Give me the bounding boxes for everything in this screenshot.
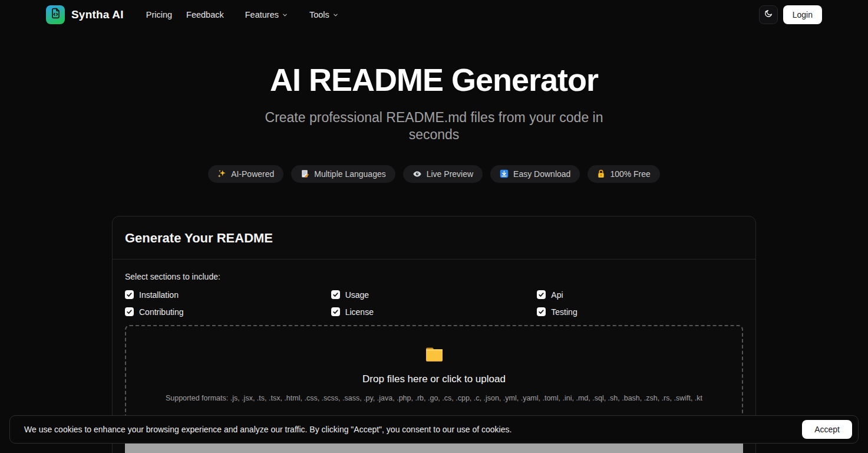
badge-ai-powered: AI-Powered	[208, 165, 283, 183]
dropzone-formats: Supported formats: .js, .jsx, .ts, .tsx,…	[126, 394, 742, 402]
sparkles-icon	[217, 169, 226, 178]
badge-label: Live Preview	[427, 169, 473, 179]
login-button[interactable]: Login	[783, 5, 822, 24]
badge-label: 100% Free	[610, 169, 650, 179]
page-title: AI README Generator	[0, 63, 868, 97]
checkbox-label: Installation	[139, 290, 179, 300]
nav-item-label: Features	[245, 10, 279, 19]
nav-item-features[interactable]: Features	[238, 5, 295, 25]
page-subtitle: Create professional README.md files from…	[263, 109, 605, 143]
checkbox-checked-icon[interactable]	[331, 290, 340, 299]
checkbox-label: Testing	[551, 307, 577, 317]
brand[interactable]: Syntha AI	[46, 5, 124, 24]
checkbox-label: Contributing	[139, 307, 184, 317]
cookie-message: We use cookies to enhance your browsing …	[24, 425, 802, 434]
checkbox-label: Usage	[345, 290, 369, 300]
nav-item-pricing[interactable]: Pricing	[139, 5, 179, 24]
nav-item-label: Tools	[309, 10, 329, 19]
cookie-banner: We use cookies to enhance your browsing …	[9, 415, 859, 444]
accept-cookies-button[interactable]: Accept	[802, 420, 852, 439]
brand-logo	[46, 5, 65, 24]
checkbox-license[interactable]: License	[331, 307, 537, 317]
sections-grid: Installation Usage Api Contributing	[125, 290, 743, 317]
checkbox-checked-icon[interactable]	[125, 307, 134, 316]
nav-item-feedback[interactable]: Feedback	[179, 5, 231, 24]
nav-links: Pricing Feedback Features Tools	[139, 5, 346, 25]
checkbox-contributing[interactable]: Contributing	[125, 307, 331, 317]
navbar: Syntha AI Pricing Feedback Features Tool…	[0, 0, 868, 29]
lock-icon	[597, 169, 605, 178]
feature-badges: AI-Powered Multiple Languages Live P	[0, 165, 868, 183]
sections-label: Select sections to include:	[125, 272, 743, 281]
file-code-icon	[50, 8, 61, 21]
generator-card-title: Generate Your README	[125, 231, 743, 246]
checkbox-checked-icon[interactable]	[537, 290, 546, 299]
nav-right: Login	[759, 5, 822, 24]
chevron-down-icon	[332, 11, 339, 20]
badge-100-free: 100% Free	[588, 165, 659, 183]
generator-card-header: Generate Your README	[113, 216, 755, 260]
eye-icon	[412, 169, 422, 179]
badge-label: Multiple Languages	[314, 169, 385, 179]
hero-section: AI README Generator Create professional …	[0, 63, 868, 183]
checkbox-checked-icon[interactable]	[125, 290, 134, 299]
file-dropzone[interactable]: Drop files here or click to upload Suppo…	[125, 325, 743, 420]
badge-easy-download: Easy Download	[490, 165, 580, 183]
nav-item-label: Feedback	[186, 10, 224, 19]
checkbox-label: Api	[551, 290, 563, 300]
nav-item-label: Pricing	[146, 10, 172, 19]
dropzone-text: Drop files here or click to upload	[126, 373, 742, 385]
brand-name: Syntha AI	[71, 8, 124, 21]
badge-label: Easy Download	[513, 169, 570, 179]
badge-label: AI-Powered	[231, 169, 274, 179]
badge-multiple-languages: Multiple Languages	[291, 165, 395, 183]
chevron-down-icon	[282, 11, 288, 20]
memo-icon	[301, 169, 309, 178]
checkbox-checked-icon[interactable]	[537, 307, 546, 316]
checkbox-testing[interactable]: Testing	[537, 307, 743, 317]
checkbox-checked-icon[interactable]	[331, 307, 340, 316]
moon-stars-icon	[764, 9, 773, 20]
folder-icon	[424, 346, 444, 366]
theme-toggle-button[interactable]	[759, 5, 778, 24]
checkbox-api[interactable]: Api	[537, 290, 743, 300]
download-icon	[500, 169, 509, 178]
checkbox-label: License	[345, 307, 374, 317]
checkbox-usage[interactable]: Usage	[331, 290, 537, 300]
badge-live-preview: Live Preview	[403, 165, 483, 183]
checkbox-installation[interactable]: Installation	[125, 290, 331, 300]
nav-item-tools[interactable]: Tools	[302, 5, 346, 25]
